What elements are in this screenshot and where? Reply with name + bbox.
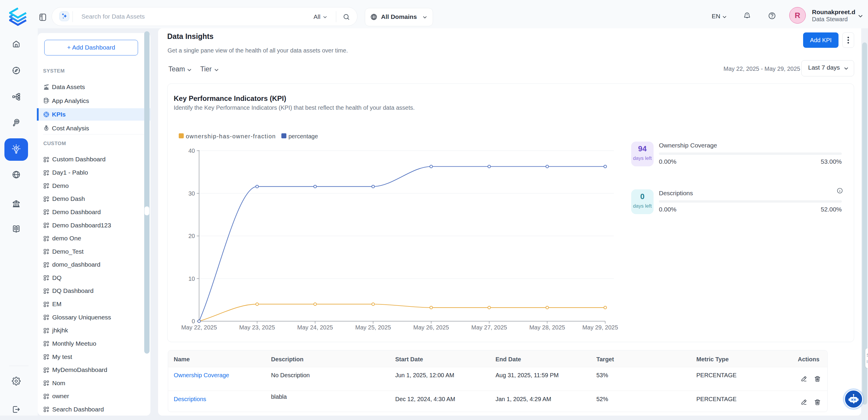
svg-text:May 24, 2025: May 24, 2025 xyxy=(297,324,333,331)
svg-text:40: 40 xyxy=(188,148,195,154)
svg-text:May 22, 2025: May 22, 2025 xyxy=(181,324,217,331)
svg-text:May 28, 2025: May 28, 2025 xyxy=(529,324,565,331)
svg-text:10: 10 xyxy=(188,275,195,282)
svg-text:May 25, 2025: May 25, 2025 xyxy=(355,324,391,331)
svg-text:May 26, 2025: May 26, 2025 xyxy=(413,324,449,331)
svg-text:30: 30 xyxy=(188,190,195,197)
svg-text:May 23, 2025: May 23, 2025 xyxy=(239,324,275,331)
svg-text:May 27, 2025: May 27, 2025 xyxy=(471,324,507,331)
svg-text:20: 20 xyxy=(188,233,195,239)
svg-text:May 29, 2025: May 29, 2025 xyxy=(582,324,618,331)
svg-text:0: 0 xyxy=(192,318,195,324)
